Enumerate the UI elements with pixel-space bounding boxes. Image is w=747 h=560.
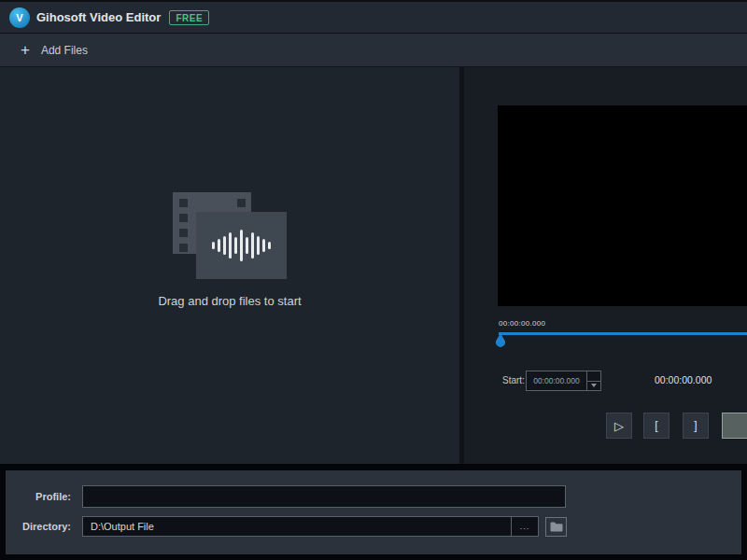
directory-input[interactable]: D:\Output File ... <box>82 516 539 537</box>
open-folder-button[interactable] <box>545 517 567 537</box>
dropzone[interactable]: Drag and drop files to start <box>0 67 464 464</box>
main-area: Drag and drop files to start 00:00:00.00… <box>0 67 747 464</box>
folder-icon <box>550 522 563 532</box>
mark-out-button[interactable]: ] <box>683 413 709 439</box>
start-time-input[interactable]: 00:00:00.000 <box>526 371 601 391</box>
dropzone-message: Drag and drop files to start <box>158 294 301 308</box>
spinner-down-button[interactable] <box>587 381 600 391</box>
start-time-value: 00:00:00.000 <box>527 371 586 390</box>
directory-label: Directory: <box>13 521 71 532</box>
timeline-time-label: 00:00:00.000 <box>499 319 545 328</box>
profile-label: Profile: <box>13 491 71 502</box>
app-logo-icon: V <box>9 7 30 28</box>
mark-out-icon: ] <box>694 419 697 432</box>
add-files-button[interactable]: + Add Files <box>21 42 88 58</box>
free-badge: FREE <box>169 10 209 25</box>
start-label: Start: <box>502 375 525 385</box>
preview-panel: 00:00:00.000 Start: 00:00:00.000 00:00:0… <box>464 67 747 464</box>
play-icon: ▷ <box>614 419 624 433</box>
arrow-down-icon <box>591 384 597 387</box>
audio-waveform-icon <box>196 212 287 279</box>
titlebar: V Gihosoft Video Editor FREE <box>0 0 747 34</box>
spinner-up-button[interactable] <box>587 371 600 381</box>
start-time-spinner <box>586 371 600 390</box>
duration-display: 00:00:00.000 <box>655 374 712 385</box>
directory-value: D:\Output File <box>83 521 511 532</box>
browse-button[interactable]: ... <box>511 517 538 536</box>
cropped-edge-button[interactable] <box>722 413 747 439</box>
add-files-label: Add Files <box>41 44 88 57</box>
mark-in-icon: [ <box>655 419 657 432</box>
mark-in-button[interactable]: [ <box>643 413 669 439</box>
output-panel: Profile: Directory: D:\Output File ... <box>6 470 741 554</box>
app-title: Gihosoft Video Editor <box>36 10 161 24</box>
profile-input[interactable] <box>82 485 566 508</box>
media-files-icon <box>173 192 287 279</box>
play-button[interactable]: ▷ <box>606 413 632 439</box>
playhead-icon[interactable] <box>495 333 506 349</box>
plus-icon: + <box>21 42 30 58</box>
timeline-track[interactable] <box>499 332 747 335</box>
toolbar: + Add Files <box>0 34 747 67</box>
output-section: Profile: Directory: D:\Output File ... <box>0 464 747 560</box>
dropzone-content: Drag and drop files to start <box>158 192 301 308</box>
video-preview <box>498 105 747 306</box>
